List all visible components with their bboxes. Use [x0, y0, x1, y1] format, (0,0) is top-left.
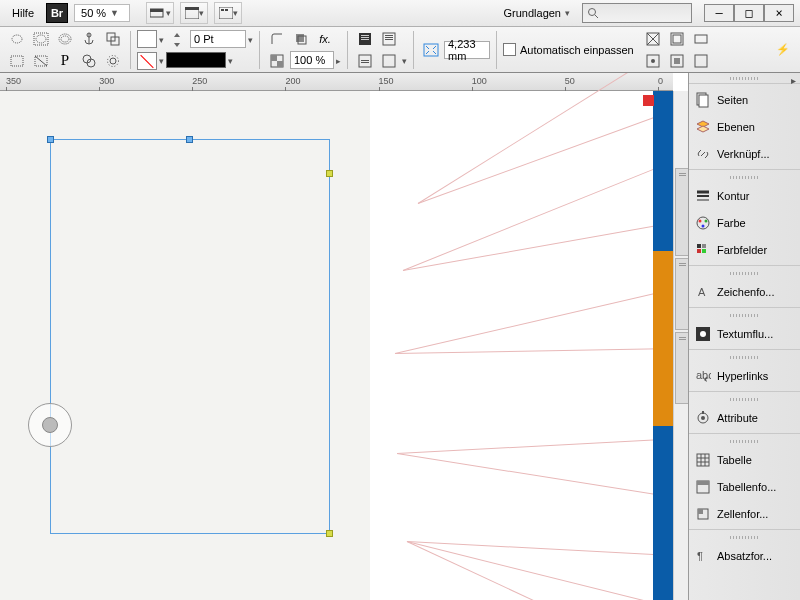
svg-rect-14: [11, 56, 23, 66]
selection-box[interactable]: [50, 139, 330, 534]
svg-rect-6: [225, 9, 228, 11]
stroke-swatch[interactable]: [137, 52, 157, 70]
svg-rect-40: [424, 44, 438, 56]
opacity-input[interactable]: 100 %: [290, 51, 334, 69]
panel-wrap[interactable]: Textumflu...: [689, 320, 800, 347]
size-input[interactable]: 4,233 mm: [444, 41, 490, 59]
text-frame4-icon[interactable]: [378, 51, 400, 71]
panel-links[interactable]: Verknüpf...: [689, 140, 800, 167]
zoom-combo[interactable]: 50 %▼: [74, 4, 130, 22]
dock-tab-1[interactable]: [675, 168, 688, 256]
fit-prop-icon[interactable]: [690, 29, 712, 49]
svg-rect-29: [361, 35, 369, 36]
svg-point-64: [700, 331, 706, 337]
fx-icon[interactable]: fx.: [314, 29, 336, 49]
bridge-button[interactable]: Br: [46, 3, 68, 23]
svg-rect-39: [383, 55, 395, 67]
svg-rect-48: [695, 55, 707, 67]
close-button[interactable]: ×: [764, 4, 794, 22]
pathfinder-icon[interactable]: [102, 29, 124, 49]
svg-point-13: [61, 36, 69, 42]
center-icon[interactable]: [642, 51, 664, 71]
pathfinder2-icon[interactable]: [78, 51, 100, 71]
svg-rect-23: [296, 34, 304, 42]
dock-tab-2[interactable]: [675, 258, 688, 330]
svg-line-8: [595, 15, 598, 18]
opacity-icon[interactable]: [266, 51, 288, 71]
svg-rect-3: [185, 7, 199, 10]
svg-rect-34: [385, 37, 393, 38]
wrap-bbox-icon[interactable]: [30, 29, 52, 49]
tstyle-icon: [695, 479, 711, 495]
panels-dock: ▸ SeitenEbenenVerknüpf...KonturFarbeFarb…: [688, 73, 800, 600]
svg-rect-37: [361, 60, 369, 61]
dropcap-icon[interactable]: P: [54, 51, 76, 71]
gear-icon[interactable]: [102, 51, 124, 71]
svg-point-57: [702, 224, 705, 227]
para-icon: ¶: [695, 548, 711, 564]
svg-rect-33: [385, 35, 393, 36]
wrap-col-icon[interactable]: [30, 51, 52, 71]
svg-rect-35: [385, 39, 393, 40]
panel-pages[interactable]: Seiten: [689, 86, 800, 113]
panel-flyout-icon[interactable]: ▸: [786, 73, 800, 87]
svg-text:abc: abc: [696, 369, 711, 381]
text-frame1-icon[interactable]: [354, 29, 376, 49]
svg-rect-68: [702, 411, 704, 414]
search-input[interactable]: [582, 3, 692, 23]
wrap-jump-icon[interactable]: [6, 51, 28, 71]
fill-frame-icon[interactable]: [666, 51, 688, 71]
panel-stroke[interactable]: Kontur: [689, 182, 800, 209]
fill-swatch[interactable]: [137, 30, 157, 48]
svg-point-22: [108, 55, 119, 66]
stepper-icon[interactable]: [166, 30, 188, 50]
svg-rect-26: [271, 55, 277, 61]
overset-marker[interactable]: [643, 95, 654, 106]
text-frame2-icon[interactable]: [378, 29, 400, 49]
panel-cell[interactable]: Zellenfor...: [689, 500, 800, 527]
svg-rect-30: [361, 37, 369, 38]
panel-tstyle[interactable]: Tabellenfo...: [689, 473, 800, 500]
svg-rect-44: [695, 35, 707, 43]
pages-icon: [695, 92, 711, 108]
screen-mode-button[interactable]: ▾: [146, 2, 174, 24]
clear-fit-icon[interactable]: [690, 51, 712, 71]
panel-color[interactable]: Farbe: [689, 209, 800, 236]
arrange-button[interactable]: ▾: [180, 2, 208, 24]
svg-rect-75: [697, 481, 709, 485]
autofit-checkbox[interactable]: Automatisch einpassen: [503, 43, 634, 56]
stroke-style[interactable]: [166, 52, 226, 68]
effects-icon[interactable]: [290, 29, 312, 49]
panel-swatches[interactable]: Farbfelder: [689, 236, 800, 263]
svg-rect-31: [361, 39, 369, 40]
dock-tab-3[interactable]: [675, 332, 688, 404]
wrap-none-icon[interactable]: [6, 29, 28, 49]
view-options-button[interactable]: ▾: [214, 2, 242, 24]
panel-attr[interactable]: Attribute: [689, 404, 800, 431]
panel-layers[interactable]: Ebenen: [689, 113, 800, 140]
panel-char[interactable]: AZeichenfo...: [689, 278, 800, 305]
quick-apply-icon[interactable]: ⚡: [772, 40, 794, 60]
wrap-shape-icon[interactable]: [54, 29, 76, 49]
panel-hyper[interactable]: abcHyperlinks: [689, 362, 800, 389]
horizontal-ruler: 350300250200150100500: [0, 73, 673, 91]
menu-help[interactable]: Hilfe: [6, 4, 40, 22]
svg-point-10: [36, 35, 46, 43]
svg-rect-69: [697, 454, 709, 466]
fit-content-icon[interactable]: [642, 29, 664, 49]
corner-icon[interactable]: [266, 29, 288, 49]
cell-icon: [695, 506, 711, 522]
canvas[interactable]: 350300250200150100500: [0, 73, 688, 600]
fit-frame-icon[interactable]: [666, 29, 688, 49]
panel-table[interactable]: Tabelle: [689, 446, 800, 473]
svg-point-55: [699, 219, 702, 222]
text-frame3-icon[interactable]: [354, 51, 376, 71]
stroke-weight-input[interactable]: 0 Pt: [190, 30, 246, 48]
minimize-button[interactable]: —: [704, 4, 734, 22]
panel-para[interactable]: ¶Absatzfor...: [689, 542, 800, 569]
maximize-button[interactable]: □: [734, 4, 764, 22]
workspace-switcher[interactable]: Grundlagen▾: [498, 4, 577, 22]
anchor-icon[interactable]: [78, 29, 100, 49]
svg-text:¶: ¶: [697, 550, 703, 562]
fit-icon[interactable]: [420, 40, 442, 60]
